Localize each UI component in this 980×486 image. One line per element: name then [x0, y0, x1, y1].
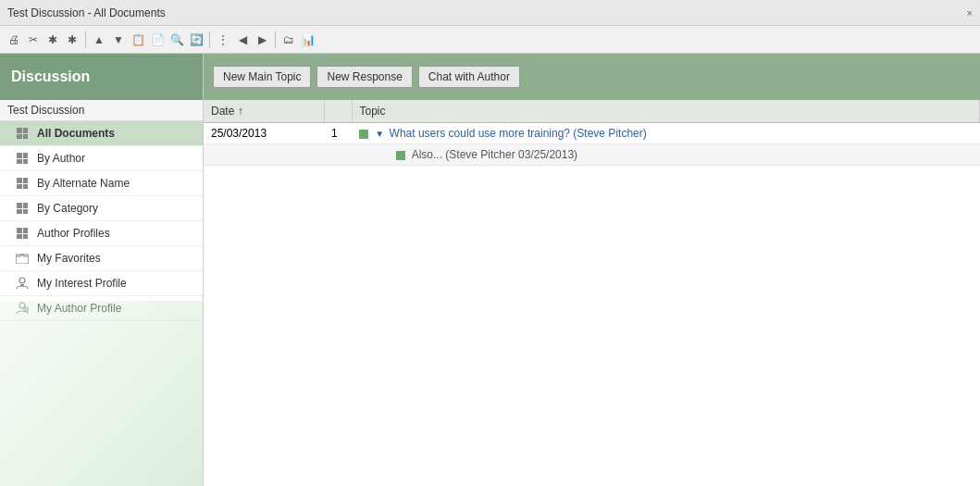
by-author-icon — [15, 151, 30, 166]
row-topic-sub: Also... (Steve Pitcher 03/25/2013) — [352, 144, 980, 166]
sidebar-item-label-my-favorites: My Favorites — [37, 252, 101, 265]
sidebar-title: Discussion — [11, 69, 90, 85]
main-layout: Discussion Test Discussion All Documents… — [0, 54, 980, 486]
table-row: Also... (Steve Pitcher 03/25/2013) — [204, 144, 980, 166]
sub-topic-text: Also... (Steve Pitcher 03/25/2013) — [359, 148, 577, 161]
window-title: Test Discussion - All Documents — [7, 6, 166, 19]
doc-icon[interactable]: 🗂 — [280, 31, 297, 48]
table-header-row: Date ↑ Topic — [204, 100, 980, 123]
separator-2 — [209, 31, 210, 48]
sidebar-item-label-by-author: By Author — [37, 152, 85, 165]
search-icon[interactable]: 🔍 — [168, 31, 185, 48]
green-square-sub-icon — [396, 151, 405, 160]
green-square-icon — [359, 130, 368, 139]
sidebar-item-all-documents[interactable]: All Documents — [0, 121, 203, 146]
row-date-sub — [204, 144, 324, 166]
sidebar-item-by-author[interactable]: By Author — [0, 146, 203, 171]
toolbar: 🖨 ✂ ✱ ✱ ▲ ▼ 📋 📄 🔍 🔄 ⋮ ◀ ▶ 🗂 📊 — [0, 26, 980, 54]
author-profiles-icon — [15, 226, 30, 241]
sidebar-item-label-author-profiles: Author Profiles — [37, 227, 110, 240]
print-icon[interactable]: 🖨 — [6, 31, 22, 48]
sidebar-header: Discussion — [0, 54, 203, 100]
sidebar-item-author-profiles[interactable]: Author Profiles — [0, 221, 203, 246]
by-category-icon — [15, 201, 30, 216]
sidebar-db-label[interactable]: Test Discussion — [0, 100, 203, 121]
table-row: 25/03/2013 1 ▼ What users could use more… — [204, 123, 980, 144]
cut-icon[interactable]: ✂ — [25, 31, 42, 48]
sidebar-item-my-interest-profile[interactable]: My Interest Profile — [0, 271, 203, 296]
topic-link[interactable]: What users could use more training? (Ste… — [390, 127, 647, 140]
sidebar-item-label-my-interest-profile: My Interest Profile — [37, 277, 127, 290]
svg-point-1 — [19, 278, 25, 283]
mark-icon[interactable]: ✱ — [44, 31, 61, 48]
row-topic: ▼ What users could use more training? (S… — [352, 123, 980, 144]
unmark-icon[interactable]: ✱ — [64, 31, 81, 48]
sidebar-item-by-alternate-name[interactable]: By Alternate Name — [0, 171, 203, 196]
my-interest-profile-icon — [15, 276, 30, 291]
close-button[interactable]: × — [967, 7, 973, 19]
separator-3 — [275, 31, 276, 48]
action-bar: New Main Topic New Response Chat with Au… — [204, 54, 980, 100]
new-main-topic-button[interactable]: New Main Topic — [213, 66, 311, 88]
expand-arrow-icon[interactable]: ▼ — [375, 129, 384, 139]
all-documents-icon — [15, 126, 30, 141]
chart-icon[interactable]: 📊 — [300, 31, 316, 48]
title-bar: Test Discussion - All Documents × — [0, 0, 980, 26]
sidebar: Discussion Test Discussion All Documents… — [0, 54, 204, 486]
by-alternate-name-icon — [15, 176, 30, 191]
content-area: New Main Topic New Response Chat with Au… — [204, 54, 980, 486]
paste-icon[interactable]: 📄 — [149, 31, 166, 48]
row-num: 1 — [324, 123, 352, 144]
num-column-header — [324, 100, 352, 123]
row-date: 25/03/2013 — [204, 123, 324, 144]
copy-icon[interactable]: 📋 — [130, 31, 146, 48]
my-favorites-icon — [15, 251, 30, 266]
discussion-table: Date ↑ Topic 25/03/2013 1 ▼ What users c… — [204, 100, 980, 166]
svg-rect-2 — [20, 284, 24, 286]
title-bar-left: Test Discussion - All Documents — [7, 6, 166, 19]
chat-with-author-button[interactable]: Chat with Author — [418, 66, 520, 88]
new-response-button[interactable]: New Response — [316, 66, 412, 88]
nav-right-icon[interactable]: ▶ — [254, 31, 270, 48]
sidebar-item-label-all-documents: All Documents — [37, 127, 115, 140]
move-up-icon[interactable]: ▲ — [91, 31, 107, 48]
table-area: Date ↑ Topic 25/03/2013 1 ▼ What users c… — [204, 100, 980, 486]
sidebar-item-label-by-alternate-name: By Alternate Name — [37, 177, 130, 190]
row-num-sub — [324, 144, 352, 166]
sidebar-background-watermark — [0, 301, 203, 486]
separator-1 — [85, 31, 86, 48]
refresh-icon[interactable]: 🔄 — [188, 31, 205, 48]
sidebar-item-label-by-category: By Category — [37, 202, 98, 215]
sidebar-item-my-favorites[interactable]: My Favorites — [0, 246, 203, 271]
date-column-header[interactable]: Date ↑ — [204, 100, 324, 123]
sidebar-item-by-category[interactable]: By Category — [0, 196, 203, 221]
nav-left-icon[interactable]: ◀ — [234, 31, 251, 48]
props-icon[interactable]: ⋮ — [215, 31, 231, 48]
move-down-icon[interactable]: ▼ — [110, 31, 127, 48]
topic-column-header: Topic — [352, 100, 980, 123]
